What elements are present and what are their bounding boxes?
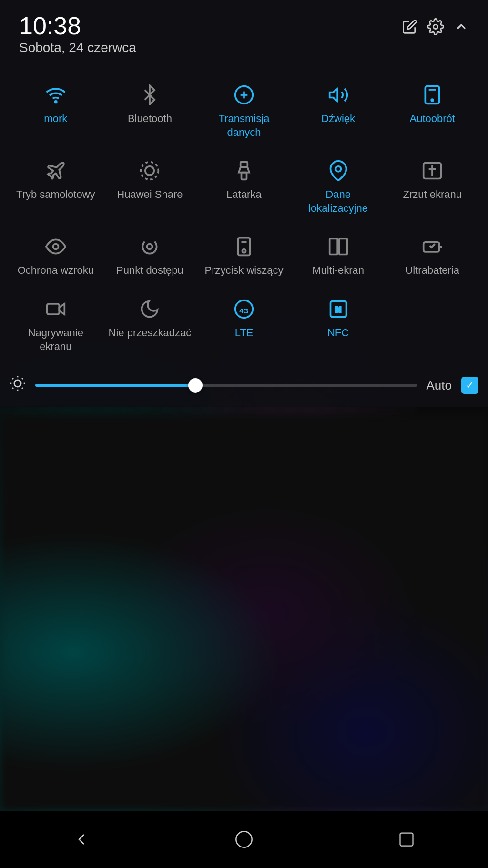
qs-eyeprotect[interactable]: Ochrona wzroku (10, 225, 102, 285)
ultrabattery-icon (420, 234, 445, 259)
quick-settings-grid: mork Bluetooth (10, 73, 478, 361)
svg-point-19 (242, 249, 245, 253)
qs-bluetooth[interactable]: Bluetooth (104, 73, 196, 147)
svg-line-32 (12, 378, 13, 379)
qs-data-label: Transmisja danych (202, 112, 286, 139)
svg-marker-5 (329, 89, 337, 101)
edit-icon[interactable] (402, 19, 417, 38)
svg-point-8 (145, 166, 154, 175)
qs-location-label: Dane lokalizacyjne (296, 188, 381, 215)
nav-back-button[interactable] (62, 820, 101, 858)
svg-point-12 (336, 166, 341, 172)
qs-lte-label: LTE (235, 326, 254, 340)
qs-floatbutton[interactable]: Przycisk wiszący (198, 225, 290, 285)
svg-rect-39 (400, 833, 413, 846)
hotspot-icon (137, 234, 162, 259)
svg-line-36 (12, 388, 13, 389)
screenrecord-icon (43, 297, 68, 321)
svg-line-37 (22, 378, 23, 379)
svg-point-38 (236, 831, 252, 847)
qs-nfc-label: NFC (327, 326, 349, 340)
qs-screenrecord[interactable]: Nagrywanie ekranu (10, 287, 102, 361)
quick-settings-panel: mork Bluetooth (0, 63, 488, 366)
qs-flashlight-label: Latarka (226, 188, 261, 202)
collapse-icon[interactable] (454, 19, 469, 38)
qs-screenrecord-label: Nagrywanie ekranu (13, 326, 98, 353)
lte-icon: 4G (232, 297, 256, 321)
qs-dnd[interactable]: Nie przeszkadzać (104, 287, 196, 361)
qs-hotspot[interactable]: Punkt dostępu (104, 225, 196, 285)
svg-point-7 (431, 99, 433, 101)
multiscreen-icon (326, 234, 351, 259)
qs-sound-label: Dźwięk (321, 112, 355, 126)
qs-lte[interactable]: 4G LTE (198, 287, 290, 361)
huaweishare-icon (137, 158, 162, 183)
autorotate-icon (420, 83, 445, 107)
airplane-icon (43, 158, 68, 183)
date-display: Sobota, 24 czerwca (19, 40, 136, 55)
brightness-icon (10, 375, 26, 395)
bluetooth-icon (137, 83, 162, 107)
status-icons-group (402, 13, 469, 39)
wallpaper-area (0, 415, 488, 811)
brightness-fill (35, 384, 195, 387)
qs-flashlight[interactable]: Latarka (198, 149, 290, 223)
qs-screenshot[interactable]: Zrzut ekranu (386, 149, 478, 223)
brightness-slider[interactable] (35, 384, 417, 387)
svg-text:4G: 4G (239, 307, 249, 315)
brightness-thumb[interactable] (188, 378, 203, 393)
qs-autorotate-label: Autoobrót (409, 112, 455, 126)
qs-multiscreen-label: Multi-ekran (312, 264, 364, 278)
dnd-icon (137, 297, 162, 321)
location-icon (326, 158, 351, 183)
nav-home-button[interactable] (225, 820, 263, 858)
wifi-icon (43, 83, 68, 107)
qs-huaweishare[interactable]: Huawei Share (104, 149, 196, 223)
qs-airplane[interactable]: Tryb samolotowy (10, 149, 102, 223)
settings-icon[interactable] (427, 18, 444, 39)
status-bar: 10:38 Sobota, 24 czerwca (0, 0, 488, 63)
qs-ultrabattery-label: Ultrabateria (405, 264, 459, 278)
screenshot-icon (420, 158, 445, 183)
qs-airplane-label: Tryb samolotowy (16, 188, 95, 202)
qs-huaweishare-label: Huawei Share (117, 188, 183, 202)
qs-autorotate[interactable]: Autoobrót (386, 73, 478, 147)
qs-data[interactable]: Transmisja danych (198, 73, 290, 147)
nav-recents-button[interactable] (387, 820, 426, 858)
svg-point-16 (53, 244, 58, 249)
notification-panel: 10:38 Sobota, 24 czerwca (0, 0, 488, 407)
svg-rect-11 (241, 173, 246, 180)
qs-sound[interactable]: Dźwięk (292, 73, 385, 147)
svg-point-29 (14, 380, 21, 387)
qs-multiscreen[interactable]: Multi-ekran (292, 225, 385, 285)
svg-rect-22 (339, 239, 347, 255)
qs-bluetooth-label: Bluetooth (128, 112, 172, 126)
svg-rect-21 (329, 239, 337, 255)
qs-location[interactable]: Dane lokalizacyjne (292, 149, 385, 223)
auto-checkbox[interactable]: ✓ (461, 377, 478, 394)
auto-label: Auto (427, 378, 452, 393)
qs-screenshot-label: Zrzut ekranu (403, 188, 462, 202)
flashlight-icon (232, 158, 256, 183)
qs-nfc[interactable]: N NFC (292, 287, 385, 361)
time-display: 10:38 (19, 13, 136, 38)
svg-line-33 (22, 388, 23, 389)
svg-rect-24 (47, 304, 59, 314)
qs-ultrabattery[interactable]: Ultrabateria (386, 225, 478, 285)
brightness-track (35, 384, 417, 387)
floatbutton-icon (232, 234, 256, 259)
svg-point-9 (141, 162, 159, 180)
qs-wifi-label: mork (44, 112, 67, 126)
navigation-bar (0, 811, 488, 868)
qs-dnd-label: Nie przeszkadzać (109, 326, 192, 340)
svg-point-17 (147, 244, 152, 249)
qs-wifi[interactable]: mork (10, 73, 102, 147)
qs-eyeprotect-label: Ochrona wzroku (18, 264, 94, 278)
data-icon (232, 83, 256, 107)
time-date: 10:38 Sobota, 24 czerwca (19, 13, 136, 55)
brightness-row: Auto ✓ (0, 366, 488, 407)
svg-point-0 (434, 25, 438, 29)
checkmark-icon: ✓ (466, 379, 474, 392)
eyeprotect-icon (43, 234, 68, 259)
nfc-icon: N (326, 297, 351, 321)
